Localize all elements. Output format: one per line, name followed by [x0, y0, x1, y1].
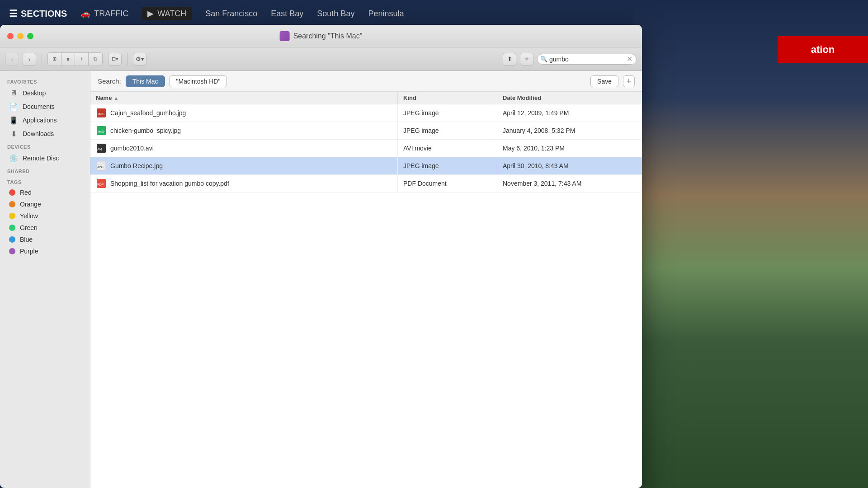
- remote-disc-icon: 💿: [9, 154, 18, 163]
- svg-text:AVI: AVI: [97, 148, 102, 151]
- file-name-cell: IMG chicken-gumbo_spicy.jpg: [90, 122, 398, 139]
- file-icon: IMG: [96, 108, 107, 118]
- cover-flow-button[interactable]: ⧉: [89, 53, 102, 66]
- nav-sf[interactable]: San Francisco: [205, 9, 257, 19]
- sidebar: Favorites 🖥 Desktop 📄 Documents 📱 Applic…: [0, 71, 90, 488]
- nav-peninsula[interactable]: Peninsula: [368, 9, 404, 19]
- share-button[interactable]: ⬆: [503, 53, 516, 66]
- kind-column-header[interactable]: Kind: [398, 92, 497, 104]
- name-column-header[interactable]: Name ▲: [90, 92, 398, 104]
- action-button[interactable]: ⚙▾: [133, 53, 146, 66]
- nav-southbay[interactable]: South Bay: [317, 9, 354, 19]
- kind-cell: AVI movie: [398, 140, 497, 157]
- table-row[interactable]: IMG Cajun_seafood_gumbo.jpg JPEG image A…: [90, 104, 642, 122]
- blue-tag-dot: [9, 236, 15, 243]
- yellow-tag-dot: [9, 213, 15, 219]
- gallery-icon: ⊟▾: [112, 56, 118, 62]
- finder-window: Searching "This Mac" ‹ › ⊞ ≡ ⫳ ⧉ ⊟▾: [0, 25, 642, 488]
- sidebar-item-remote-disc[interactable]: 💿 Remote Disc: [2, 151, 88, 165]
- search-label: Search:: [98, 77, 121, 85]
- table-row[interactable]: IMG chicken-gumbo_spicy.jpg JPEG image J…: [90, 122, 642, 140]
- table-row[interactable]: JPG Gumbo Recipe.jpg JPEG image April 30…: [90, 157, 642, 175]
- date-modified-cell: May 6, 2010, 1:23 PM: [497, 140, 642, 157]
- share-icon: ⬆: [507, 56, 512, 62]
- nav-sections[interactable]: ☰ SECTIONS: [9, 8, 67, 19]
- clear-search-button[interactable]: ✕: [627, 56, 632, 63]
- search-filter-bar: Search: This Mac "Macintosh HD" Save +: [90, 71, 642, 92]
- filter-macintosh-hd-button[interactable]: "Macintosh HD": [170, 75, 227, 87]
- table-row[interactable]: AVI gumbo2010.avi AVI movie May 6, 2010,…: [90, 140, 642, 157]
- sidebar-tag-orange[interactable]: Orange: [2, 198, 88, 210]
- tags-section-title: Tags: [0, 176, 90, 187]
- add-criterion-button[interactable]: +: [623, 75, 635, 87]
- file-icon: JPG: [96, 160, 107, 171]
- filter-this-mac-button[interactable]: This Mac: [126, 75, 165, 87]
- sidebar-tag-yellow[interactable]: Yellow: [2, 210, 88, 222]
- sidebar-item-documents[interactable]: 📄 Documents: [2, 100, 88, 113]
- toolbar-separator-2: [127, 53, 127, 66]
- date-modified-cell: January 4, 2008, 5:32 PM: [497, 122, 642, 139]
- nav-traffic[interactable]: 🚗 TRAFFIC: [80, 9, 128, 19]
- watch-icon: ▶: [147, 9, 154, 19]
- kind-cell: PDF Document: [398, 175, 497, 192]
- close-button[interactable]: [7, 33, 14, 39]
- toolbar-separator-1: [42, 53, 42, 66]
- gear-icon: ⚙▾: [136, 56, 144, 62]
- gallery-view-button[interactable]: ⊟▾: [108, 53, 122, 66]
- results-header: Name ▲ Kind Date Modified: [90, 92, 642, 104]
- search-input[interactable]: [549, 56, 625, 63]
- icon-view-icon: ⊞: [52, 56, 57, 62]
- background-image: [633, 0, 868, 488]
- date-modified-column-header[interactable]: Date Modified: [497, 92, 642, 104]
- sidebar-item-downloads[interactable]: ⬇ Downloads: [2, 127, 88, 141]
- devices-section-title: Devices: [0, 141, 90, 151]
- green-tag-dot: [9, 225, 15, 231]
- forward-button[interactable]: ›: [23, 53, 36, 66]
- tags-button[interactable]: ⌗: [520, 53, 533, 66]
- nav-watch[interactable]: ▶ WATCH: [142, 7, 192, 20]
- main-area: Favorites 🖥 Desktop 📄 Documents 📱 Applic…: [0, 71, 642, 488]
- svg-text:IMG: IMG: [98, 112, 104, 116]
- tag-icon: ⌗: [525, 56, 528, 63]
- sort-arrow: ▲: [113, 95, 118, 101]
- maximize-button[interactable]: [27, 33, 33, 39]
- shared-section-title: Shared: [0, 165, 90, 176]
- documents-icon: 📄: [9, 102, 18, 111]
- svg-text:PDF: PDF: [97, 183, 104, 186]
- kind-cell: JPEG image: [398, 104, 497, 122]
- file-icon: PDF: [96, 178, 107, 189]
- sidebar-tag-blue[interactable]: Blue: [2, 234, 88, 245]
- kind-cell: JPEG image: [398, 157, 497, 174]
- orange-tag-dot: [9, 201, 15, 207]
- back-button[interactable]: ‹: [5, 53, 19, 66]
- search-icon: 🔍: [540, 56, 547, 62]
- minimize-button[interactable]: [17, 33, 24, 39]
- sidebar-tag-purple[interactable]: Purple: [2, 245, 88, 257]
- favorites-section-title: Favorites: [0, 75, 90, 86]
- save-button[interactable]: Save: [590, 75, 618, 87]
- applications-icon: 📱: [9, 116, 18, 125]
- list-view-button[interactable]: ≡: [61, 53, 75, 66]
- list-view-icon: ≡: [66, 56, 69, 62]
- view-buttons: ⊞ ≡ ⫳ ⧉: [47, 52, 103, 66]
- file-name-cell: JPG Gumbo Recipe.jpg: [90, 157, 398, 174]
- file-name-cell: IMG Cajun_seafood_gumbo.jpg: [90, 104, 398, 122]
- kind-cell: JPEG image: [398, 122, 497, 139]
- icon-view-button[interactable]: ⊞: [48, 53, 61, 66]
- sidebar-tag-red[interactable]: Red: [2, 187, 88, 198]
- window-controls: [7, 33, 33, 39]
- file-name-cell: PDF Shopping_list for vacation gumbo cop…: [90, 175, 398, 192]
- sidebar-tag-green[interactable]: Green: [2, 222, 88, 234]
- window-title: Searching "This Mac": [293, 32, 363, 40]
- table-row[interactable]: PDF Shopping_list for vacation gumbo cop…: [90, 175, 642, 192]
- columns-view-button[interactable]: ⫳: [75, 53, 89, 66]
- downloads-icon: ⬇: [9, 129, 18, 138]
- traffic-icon: 🚗: [80, 9, 90, 19]
- sidebar-item-desktop[interactable]: 🖥 Desktop: [2, 86, 88, 100]
- sidebar-item-applications[interactable]: 📱 Applications: [2, 113, 88, 127]
- nav-eastbay[interactable]: East Bay: [271, 9, 303, 19]
- file-icon: IMG: [96, 125, 107, 136]
- search-box[interactable]: 🔍 ✕: [537, 54, 637, 65]
- file-name-cell: AVI gumbo2010.avi: [90, 140, 398, 157]
- cover-flow-icon: ⧉: [94, 56, 97, 62]
